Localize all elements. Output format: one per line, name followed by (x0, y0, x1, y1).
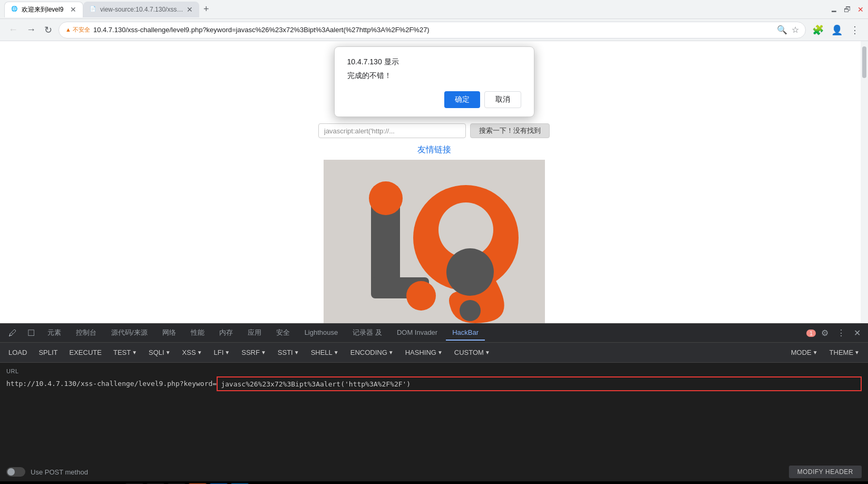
new-tab-button[interactable]: + (199, 2, 213, 17)
browser-titlebar: 🌐 欢迎来到level9 ✕ 📄 view-source:10.4.7.130/… (0, 0, 868, 19)
devtools-panel: 🖊 ☐ 元素 控制台 源代码/来源 网络 性能 内存 应用 安全 Lightho… (0, 323, 868, 481)
back-button[interactable]: ← (6, 22, 20, 37)
devtools-tab-application[interactable]: 应用 (241, 325, 268, 342)
url-icons: 🔍 ☆ (777, 25, 799, 35)
tab-viewsource[interactable]: 📄 view-source:10.4.7.130/xss-ch ✕ (83, 2, 199, 17)
forward-button[interactable]: → (24, 22, 38, 37)
hackbar-split-btn[interactable]: SPLIT (33, 346, 63, 359)
alert-dialog: 10.4.7.130 显示 完成的不错！ 确定 取消 (334, 46, 534, 117)
taskbar: ⊞ 🔍 搜索 ⊞ 🔍 📁 L9 🌐 ⌨ CSDN 🌐 🔊 🔋 🛡 17:30 (0, 481, 868, 484)
devtools-tab-performance[interactable]: 性能 (184, 325, 211, 342)
close-button[interactable]: ✕ (857, 5, 864, 14)
tab-title-1: 欢迎来到level9 (22, 5, 67, 14)
hackbar-hashing-btn[interactable]: HASHING ▼ (400, 346, 448, 359)
url-prefix: http://10.4.7.130/xss-challenge/level9.p… (6, 376, 217, 391)
devtools-tab-sources[interactable]: 源代码/来源 (105, 325, 154, 342)
hackbar-url-input[interactable] (217, 376, 862, 391)
devtools-tab-recorder[interactable]: 记录器 及 (346, 325, 388, 342)
url-text: 10.4.7.130/xss-challenge/level9.php?keyw… (93, 26, 774, 34)
hackbar-xss-btn[interactable]: XSS ▼ (177, 346, 208, 359)
window-controls: 🗕 🗗 ✕ (830, 5, 864, 14)
post-toggle[interactable] (6, 467, 25, 477)
bookmark-icon[interactable]: ☆ (792, 25, 799, 35)
tab-bar: 🌐 欢迎来到level9 ✕ 📄 view-source:10.4.7.130/… (4, 0, 826, 19)
minimize-button[interactable]: 🗕 (830, 5, 837, 14)
devtools-tab-security[interactable]: 安全 (270, 325, 296, 342)
tab-level9[interactable]: 🌐 欢迎来到level9 ✕ (4, 2, 83, 17)
hackbar-sqli-btn[interactable]: SQLI ▼ (143, 346, 176, 359)
hackbar-mode-btn[interactable]: MODE ▼ (786, 346, 823, 359)
tab-favicon-1: 🌐 (11, 6, 18, 13)
profile-icon[interactable]: 👤 (829, 22, 845, 38)
modify-header-button[interactable]: MODIFY HEADER (789, 466, 862, 478)
hackbar-test-btn[interactable]: TEST ▼ (108, 346, 142, 359)
devtools-tab-lighthouse[interactable]: Lighthouse (298, 325, 345, 341)
form-area: 搜索一下！没有找到 (318, 123, 550, 138)
friendly-links[interactable]: 友情链接 (417, 144, 451, 156)
hackbar-custom-btn[interactable]: CUSTOM ▼ (449, 346, 495, 359)
toggle-knob (7, 468, 15, 476)
devtools-tab-dom-invader[interactable]: DOM Invader (391, 325, 444, 341)
post-label: Use POST method (31, 468, 88, 476)
devtools-badge: 1 (806, 330, 816, 337)
hackbar-ssti-btn[interactable]: SSTI ▼ (272, 346, 305, 359)
devtools-device-btn[interactable]: ☐ (23, 326, 39, 340)
devtools-tab-memory[interactable]: 内存 (213, 325, 239, 342)
hackbar-toolbar: LOAD SPLIT EXECUTE TEST ▼ SQLI ▼ XSS ▼ L… (0, 343, 868, 363)
alert-buttons: 确定 取消 (347, 91, 521, 108)
svg-point-7 (460, 300, 481, 321)
hackbar-theme-btn[interactable]: THEME ▼ (824, 346, 865, 359)
search-submit-button[interactable]: 搜索一下！没有找到 (470, 123, 550, 138)
search-icon[interactable]: 🔍 (777, 25, 787, 35)
alert-title: 10.4.7.130 显示 (347, 57, 521, 67)
devtools-tab-console[interactable]: 控制台 (70, 325, 103, 342)
security-warning: ▲ 不安全 (65, 26, 90, 34)
tab-close-2[interactable]: ✕ (187, 5, 193, 14)
devtools-settings-icon[interactable]: ⚙ (818, 326, 832, 340)
devtools-toolbar: 🖊 ☐ 元素 控制台 源代码/来源 网络 性能 内存 应用 安全 Lightho… (0, 324, 868, 343)
devtools-close-icon[interactable]: ✕ (851, 326, 864, 340)
page-content: 10.4.7.130 显示 完成的不错！ 确定 取消 搜索一下！没有找到 友情链… (0, 41, 868, 323)
svg-point-6 (406, 281, 436, 311)
hackbar-url-section: URL http://10.4.7.130/xss-challenge/leve… (0, 363, 868, 462)
tab-title-2: view-source:10.4.7.130/xss-ch (100, 6, 183, 13)
url-label: URL (6, 368, 862, 374)
devtools-tab-elements[interactable]: 元素 (41, 325, 67, 342)
svg-point-5 (446, 248, 494, 296)
tab-favicon-2: 📄 (90, 6, 97, 13)
restore-button[interactable]: 🗗 (844, 5, 851, 14)
hackbar-load-btn[interactable]: LOAD (3, 346, 32, 359)
devtools-cursor-btn[interactable]: 🖊 (4, 326, 21, 340)
tab-close-1[interactable]: ✕ (70, 5, 76, 14)
hackbar-lfi-btn[interactable]: LFI ▼ (209, 346, 236, 359)
toolbar-icons: 🧩 👤 ⋮ (810, 22, 862, 38)
alert-cancel-button[interactable]: 取消 (484, 91, 521, 108)
hackbar-shell-btn[interactable]: SHELL ▼ (306, 346, 344, 359)
devtools-tab-network[interactable]: 网络 (156, 325, 182, 342)
browser-content: 10.4.7.130 显示 完成的不错！ 确定 取消 搜索一下！没有找到 友情链… (0, 41, 868, 323)
hackbar-ssrf-btn[interactable]: SSRF ▼ (236, 346, 271, 359)
logo-svg (339, 169, 529, 324)
logo-container (324, 160, 545, 323)
alert-confirm-button[interactable]: 确定 (444, 91, 480, 108)
url-box[interactable]: ▲ 不安全 10.4.7.130/xss-challenge/level9.ph… (58, 22, 806, 38)
hackbar-post-section: Use POST method MODIFY HEADER (0, 462, 868, 481)
address-bar: ← → ↻ ▲ 不安全 10.4.7.130/xss-challenge/lev… (0, 19, 868, 41)
svg-point-2 (369, 181, 403, 215)
hackbar-encoding-btn[interactable]: ENCODING ▼ (345, 346, 399, 359)
search-input[interactable] (318, 123, 466, 138)
url-input-container: http://10.4.7.130/xss-challenge/level9.p… (6, 376, 862, 391)
alert-message: 完成的不错！ (347, 71, 521, 81)
extensions-icon[interactable]: 🧩 (810, 22, 826, 38)
menu-icon[interactable]: ⋮ (848, 22, 862, 38)
devtools-more-icon[interactable]: ⋮ (834, 326, 849, 340)
devtools-tab-hackbar[interactable]: HackBar (446, 325, 485, 341)
reload-button[interactable]: ↻ (42, 22, 54, 38)
hackbar-execute-btn[interactable]: EXECUTE (64, 346, 107, 359)
